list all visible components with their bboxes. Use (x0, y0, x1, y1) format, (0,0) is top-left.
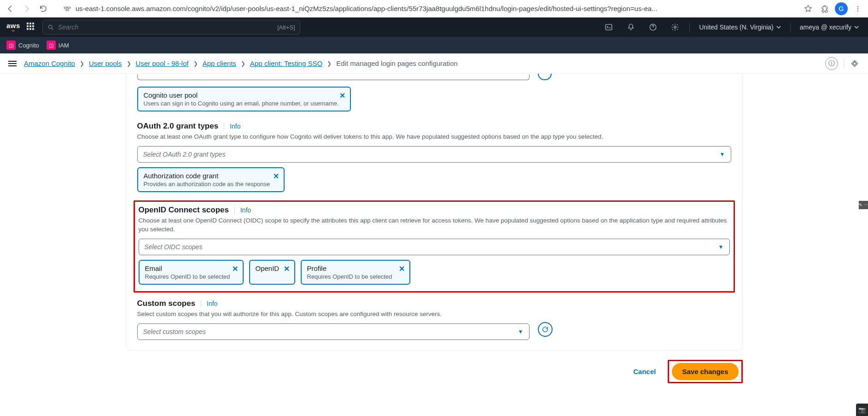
crumb-root[interactable]: Amazon Cognito (24, 59, 75, 67)
search-box[interactable]: [Alt+S] (42, 20, 300, 35)
services-grid-icon[interactable] (27, 23, 36, 32)
profile-avatar[interactable]: G (835, 2, 848, 15)
oidc-chip-email: Email Requires OpenID to be selected ✕ (139, 260, 244, 285)
chip-title: Cognito user pool (144, 91, 344, 99)
info-link[interactable]: Info (201, 300, 217, 307)
info-link[interactable]: Info (224, 123, 240, 130)
aws-top-bar: aws⌣ [Alt+S] United States (N. Virginia)… (0, 18, 868, 37)
oidc-heading: OpenID Connect scopes (139, 205, 229, 215)
idp-select-partial[interactable] (137, 75, 530, 80)
notifications-icon[interactable] (623, 19, 639, 35)
svg-point-4 (857, 8, 858, 9)
svg-point-9 (674, 26, 676, 29)
cognito-icon: ◫ (6, 41, 16, 50)
cancel-button[interactable]: Cancel (627, 364, 662, 379)
service-iam[interactable]: ◫ IAM (47, 41, 69, 50)
iam-icon: ◫ (47, 41, 56, 50)
oidc-chip-openid: OpenID ✕ (249, 260, 295, 285)
footer-actions: Cancel Save changes (126, 360, 743, 383)
chevron-down-icon: ▼ (718, 244, 724, 250)
chip-sub: Users can sign in to Cognito using an em… (144, 100, 344, 107)
close-icon[interactable]: ✕ (399, 264, 405, 273)
oidc-chip-profile: Profile Requires OpenID to be selected ✕ (301, 260, 410, 285)
custom-scopes-select[interactable]: Select custom scopes ▼ (137, 323, 530, 340)
refresh-icon-partial[interactable] (538, 74, 552, 80)
forward-button[interactable] (20, 2, 33, 15)
idp-chip-cognito: Cognito user pool Users can sign in to C… (137, 87, 351, 111)
settings-icon[interactable] (667, 19, 683, 35)
aws-logo[interactable]: aws⌣ (6, 23, 20, 31)
custom-scopes-heading: Custom scopes (137, 299, 196, 308)
help-icon[interactable] (645, 19, 661, 35)
star-icon[interactable] (802, 2, 815, 15)
grant-chip-auth-code: Authorization code grant Provides an aut… (137, 167, 285, 192)
service-bar: ◫ Cognito ◫ IAM (0, 37, 868, 53)
oidc-select[interactable]: Select OIDC scopes ▼ (139, 239, 730, 255)
breadcrumb: Amazon Cognito ❯ User pools ❯ User pool … (24, 59, 458, 67)
svg-rect-7 (606, 24, 612, 30)
svg-point-3 (857, 6, 858, 7)
oidc-desc: Choose at least one OpenID Connect (OIDC… (139, 217, 730, 234)
crumb-app-client[interactable]: App client: Testing SSO (250, 59, 322, 67)
dark-mode-icon[interactable] (850, 59, 860, 69)
chevron-right-icon: ❯ (127, 60, 131, 67)
account-menu[interactable]: ameya @ xecurify (797, 23, 862, 31)
region-selector[interactable]: United States (N. Virginia) (696, 23, 784, 31)
back-button[interactable] (4, 2, 17, 15)
grant-types-desc: Choose at least one OAuth grant type to … (137, 133, 731, 141)
breadcrumb-bar: Amazon Cognito ❯ User pools ❯ User pool … (0, 53, 868, 74)
oidc-highlight-box: OpenID Connect scopes Info Choose at lea… (134, 200, 735, 293)
chevron-down-icon: ▼ (720, 151, 725, 158)
search-hint: [Alt+S] (277, 24, 295, 31)
grant-types-heading: OAuth 2.0 grant types (137, 122, 219, 131)
more-icon[interactable] (851, 2, 864, 15)
chip-sub: Requires OpenID to be selected (145, 273, 237, 280)
crumb-user-pools[interactable]: User pools (89, 59, 122, 67)
camera-icon[interactable]: 📷 (856, 404, 868, 416)
close-icon[interactable]: ✕ (339, 91, 345, 100)
chevron-right-icon: ❯ (193, 60, 198, 67)
svg-rect-0 (64, 7, 67, 8)
chevron-down-icon: ▼ (518, 328, 524, 335)
browser-chrome: us-east-1.console.aws.amazon.com/cognito… (0, 0, 868, 18)
refresh-button[interactable] (538, 322, 553, 337)
grant-types-select[interactable]: Select OAuth 2.0 grant types ▼ (137, 146, 731, 163)
cloudshell-icon[interactable] (601, 19, 617, 35)
chevron-right-icon: ❯ (327, 60, 332, 67)
close-icon[interactable]: ✕ (284, 264, 290, 273)
content-area: Cognito user pool Users can sign in to C… (0, 74, 868, 416)
crumb-current: Edit managed login pages configuration (336, 59, 458, 67)
save-changes-button[interactable]: Save changes (672, 363, 738, 380)
site-info-icon[interactable] (63, 4, 72, 13)
chip-title: Email (145, 264, 237, 272)
chip-sub: Provides an authorization code as the re… (144, 181, 278, 187)
crumb-app-clients[interactable]: App clients (203, 59, 236, 67)
info-icon[interactable]: ⓘ (825, 57, 838, 70)
toolbar-handle[interactable]: ✎ ⋯ (859, 201, 868, 209)
close-icon[interactable]: ✕ (273, 172, 279, 181)
svg-point-6 (48, 25, 52, 29)
svg-rect-1 (68, 7, 70, 8)
chevron-right-icon: ❯ (241, 60, 245, 67)
chip-title: Profile (307, 264, 404, 272)
close-icon[interactable]: ✕ (232, 264, 238, 273)
info-link[interactable]: Info (234, 206, 251, 214)
chip-title: Authorization code grant (144, 172, 278, 180)
reload-button[interactable] (37, 2, 50, 15)
custom-scopes-desc: Select custom scopes that you will autho… (137, 310, 731, 319)
crumb-pool[interactable]: User pool - 98-lof (136, 59, 189, 67)
save-highlight-box: Save changes (668, 360, 742, 383)
chip-sub: Requires OpenID to be selected (307, 273, 404, 280)
floating-toolbar: ✎ ⋯ 📷 🎥 ▣ ⚙ (859, 201, 868, 209)
url-bar[interactable]: us-east-1.console.aws.amazon.com/cognito… (76, 5, 798, 12)
form-panel: Cognito user pool Users can sign in to C… (126, 74, 743, 351)
nav-toggle-icon[interactable] (8, 59, 18, 69)
extensions-icon[interactable] (818, 2, 831, 15)
svg-point-5 (857, 10, 858, 11)
search-input[interactable] (58, 23, 274, 31)
svg-rect-2 (66, 9, 69, 11)
chevron-right-icon: ❯ (80, 60, 84, 67)
service-cognito[interactable]: ◫ Cognito (6, 41, 39, 50)
